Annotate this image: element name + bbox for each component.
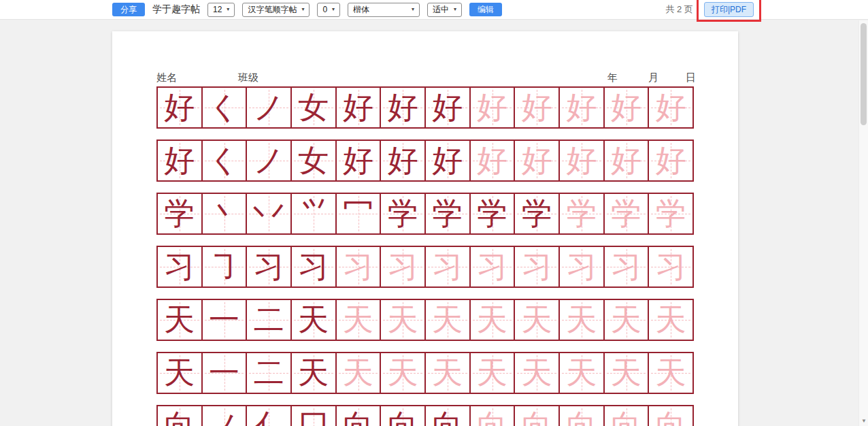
character-glyph: ノ: [247, 88, 290, 127]
scrollbar-thumb[interactable]: [861, 23, 867, 125]
character-glyph: 冖: [337, 194, 380, 233]
practice-cell: 好: [648, 88, 692, 127]
worksheet-page: 姓名 班级 年 月 日 好くノ女好好好好好好好好好くノ女好好好好好好好好学丶丷⺍…: [112, 31, 738, 426]
practice-cell: 好: [603, 141, 648, 180]
practice-cell: 天: [648, 353, 692, 393]
practice-cell: 学: [558, 194, 603, 233]
character-glyph: 天: [292, 353, 335, 393]
character-glyph: 好: [515, 141, 558, 180]
practice-cell: 天: [469, 300, 514, 340]
character-glyph: 习: [247, 247, 290, 286]
practice-cell: ノ: [246, 88, 290, 127]
character-glyph: 习: [605, 247, 648, 286]
practice-cell: 习: [335, 247, 380, 286]
practice-cell: 丶: [201, 194, 246, 233]
practice-cell: 天: [380, 300, 424, 340]
character-glyph: 好: [381, 88, 424, 127]
character-glyph: 好: [649, 88, 692, 127]
character-glyph: 天: [381, 300, 424, 340]
practice-cell: 天: [290, 353, 335, 393]
template-select[interactable]: 汉字笔顺字帖 ▾: [242, 3, 310, 17]
character-glyph: 学: [515, 194, 558, 233]
character-glyph: 天: [471, 300, 514, 340]
character-glyph: 天: [426, 353, 469, 393]
practice-cell: 习: [380, 247, 424, 286]
practice-cell: 好: [514, 88, 558, 127]
character-glyph: 向: [605, 406, 648, 426]
grid-row: 天一二天天天天天天天天天: [156, 299, 694, 341]
practice-cell: 天: [469, 353, 514, 393]
practice-cell: 好: [380, 141, 424, 180]
edit-button[interactable]: 编辑: [469, 3, 502, 16]
character-glyph: 天: [381, 353, 424, 393]
character-glyph: 天: [560, 353, 603, 393]
practice-cell: 天: [558, 300, 603, 340]
practice-cell: 向: [648, 406, 692, 426]
character-glyph: 天: [426, 300, 469, 340]
practice-cell: 女: [290, 141, 335, 180]
character-glyph: ノ: [247, 141, 290, 180]
day-label: 日: [686, 71, 696, 84]
character-glyph: 习: [381, 247, 424, 286]
character-glyph: 好: [471, 141, 514, 180]
practice-cell: 好: [469, 88, 514, 127]
vertical-scrollbar[interactable]: ▼: [858, 20, 868, 426]
font-family-select[interactable]: 楷体 ▾: [348, 3, 420, 17]
character-glyph: 丶: [203, 194, 246, 233]
practice-cell: 天: [603, 353, 648, 393]
practice-cell: 习: [648, 247, 692, 286]
practice-cell: く: [201, 88, 246, 127]
density-select[interactable]: 适中 ▾: [427, 3, 462, 17]
character-glyph: 习: [426, 247, 469, 286]
character-glyph: 学: [471, 194, 514, 233]
practice-cell: 好: [424, 88, 469, 127]
print-button-wrapper: 打印|PDF: [704, 2, 754, 17]
character-glyph: 一: [203, 300, 246, 340]
practice-cell: 冂: [290, 406, 335, 426]
character-glyph: 天: [471, 353, 514, 393]
practice-cell: 好: [158, 141, 201, 180]
character-glyph: 向: [560, 406, 603, 426]
character-glyph: 习: [649, 247, 692, 286]
character-glyph: 二: [247, 300, 290, 340]
practice-cell: 天: [648, 300, 692, 340]
character-glyph: 丷: [247, 194, 290, 233]
character-glyph: 冂: [292, 406, 335, 426]
practice-cell: 天: [158, 300, 201, 340]
practice-cell: ノ: [246, 141, 290, 180]
character-glyph: 习: [560, 247, 603, 286]
density-value: 适中: [433, 4, 449, 16]
character-glyph: 天: [649, 300, 692, 340]
toolbar-right-group: 共 2 页 打印|PDF: [665, 2, 754, 17]
practice-cell: 女: [290, 88, 335, 127]
grid-row: 学丶丷⺍冖学学学学学学学: [156, 193, 694, 235]
class-label: 班级: [238, 71, 258, 84]
practice-cell: 向: [514, 406, 558, 426]
practice-cell: 习: [158, 247, 201, 286]
character-glyph: 向: [337, 406, 380, 426]
practice-cell: 好: [424, 141, 469, 180]
character-glyph: 好: [560, 141, 603, 180]
character-glyph: 习: [292, 247, 335, 286]
character-glyph: 向: [381, 406, 424, 426]
character-glyph: 天: [605, 300, 648, 340]
character-glyph: 好: [515, 88, 558, 127]
character-glyph: 天: [649, 353, 692, 393]
practice-cell: 天: [158, 353, 201, 393]
character-glyph: 习: [515, 247, 558, 286]
scroll-down-arrow-icon[interactable]: ▼: [859, 418, 868, 424]
character-glyph: 天: [560, 300, 603, 340]
practice-cell: 学: [424, 194, 469, 233]
grid-row: 好くノ女好好好好好好好好: [156, 140, 694, 182]
stroke-offset-select[interactable]: 0 ▾: [317, 3, 340, 17]
character-glyph: 好: [649, 141, 692, 180]
practice-cell: 二: [246, 353, 290, 393]
character-glyph: 向: [649, 406, 692, 426]
practice-cell: ノ: [201, 406, 246, 426]
practice-cell: 学: [469, 194, 514, 233]
share-button[interactable]: 分享: [112, 3, 145, 16]
print-pdf-button[interactable]: 打印|PDF: [704, 2, 754, 17]
practice-cell: ㇆: [201, 247, 246, 286]
practice-cell: 亻: [246, 406, 290, 426]
font-size-select[interactable]: 12 ▾: [207, 3, 235, 17]
